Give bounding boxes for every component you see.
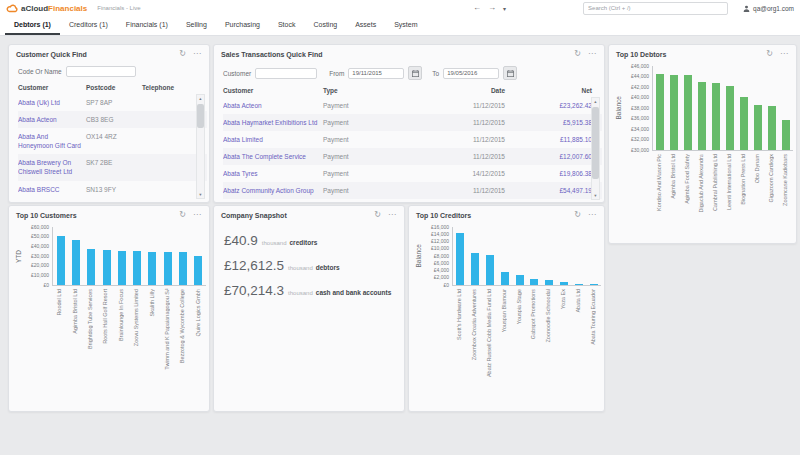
column-header[interactable]: Date (435, 87, 505, 94)
history-caret-icon[interactable]: ▾ (503, 5, 506, 12)
user-menu[interactable]: qa@org1.com (743, 5, 794, 12)
bar[interactable] (57, 236, 65, 285)
bar[interactable] (486, 255, 494, 285)
scroll-down-icon[interactable]: ▾ (197, 191, 204, 198)
customer-filter-label: Customer (223, 70, 251, 77)
x-category-label: Youspan Blamour (501, 289, 507, 332)
nav-tab-purchasing[interactable]: Purchasing (216, 16, 269, 35)
bar[interactable] (754, 105, 762, 150)
nav-tab-assets[interactable]: Assets (346, 16, 385, 35)
refresh-icon[interactable]: ↻ (574, 50, 581, 58)
search-input[interactable] (583, 2, 728, 15)
bar[interactable] (471, 253, 479, 285)
bar[interactable] (530, 279, 538, 285)
customer-link[interactable]: Abata Brewery On Chiswell Street Ltd (18, 159, 72, 175)
bar[interactable] (575, 284, 583, 285)
scrollbar[interactable]: ▴ ▾ (196, 94, 205, 199)
x-category-label: Bezzotog & Wycombe College (179, 289, 185, 363)
from-calendar-button[interactable] (408, 66, 422, 80)
bar[interactable] (118, 251, 126, 285)
scrollbar[interactable]: ▴ ▾ (591, 97, 600, 200)
customer-link[interactable]: Abata (Uk) Ltd (18, 99, 60, 106)
bar[interactable] (516, 275, 524, 285)
scroll-up-icon[interactable]: ▴ (197, 95, 204, 102)
more-options-icon[interactable]: ⋯ (588, 211, 597, 219)
column-header[interactable]: Type (323, 87, 435, 94)
customer-link[interactable]: Abatz Community Action Group (223, 187, 314, 194)
y-tick-label: £16,000 (431, 224, 449, 230)
bar[interactable] (545, 280, 553, 285)
bar[interactable] (768, 106, 776, 150)
column-header[interactable]: Customer (18, 84, 86, 91)
more-options-icon[interactable]: ⋯ (193, 211, 202, 219)
refresh-icon[interactable]: ↻ (766, 50, 773, 58)
top10-debtors-panel: Top 10 Debtors ↻ ⋯ Balance£30,000£32,000… (608, 44, 797, 244)
more-options-icon[interactable]: ⋯ (588, 50, 597, 58)
customer-link[interactable]: Abata Tyres (223, 170, 258, 177)
customer-link[interactable]: Abata Haymarket Exhibitions Ltd (223, 119, 317, 126)
bar[interactable] (72, 240, 80, 285)
refresh-icon[interactable]: ↻ (179, 211, 186, 219)
postcode-cell: SK7 2BE (86, 158, 142, 176)
to-calendar-button[interactable] (503, 66, 517, 80)
bar[interactable] (501, 272, 509, 285)
to-date-input[interactable] (443, 68, 499, 79)
scroll-up-icon[interactable]: ▴ (592, 98, 599, 105)
more-options-icon[interactable]: ⋯ (780, 50, 789, 58)
bar[interactable] (456, 233, 464, 285)
from-date-input[interactable] (348, 68, 404, 79)
customer-link[interactable]: Abata Acteon (18, 116, 57, 123)
bar[interactable] (164, 252, 172, 285)
more-options-icon[interactable]: ⋯ (388, 211, 397, 219)
code-or-name-input[interactable] (66, 66, 136, 77)
customer-link[interactable]: Abata Limited (223, 136, 263, 143)
bar[interactable] (740, 97, 748, 150)
refresh-icon[interactable]: ↻ (374, 211, 381, 219)
bar[interactable] (698, 82, 706, 150)
more-options-icon[interactable]: ⋯ (193, 50, 202, 58)
bar[interactable] (179, 252, 187, 285)
nav-tab-debtors-1[interactable]: Debtors (1) (5, 16, 60, 35)
customer-filter-input[interactable] (255, 68, 317, 79)
column-header[interactable]: Telephone (142, 84, 197, 91)
y-tick-label: £38,000 (631, 105, 649, 111)
column-header[interactable]: Net (505, 87, 592, 94)
bar[interactable] (712, 83, 720, 150)
bar[interactable] (133, 251, 141, 285)
customer-link[interactable]: Abata The Complete Service (223, 153, 306, 160)
bar[interactable] (670, 75, 678, 150)
customer-link[interactable]: Abata And Honeymoon Gift Card (18, 133, 81, 149)
bar[interactable] (103, 250, 111, 285)
customer-link[interactable]: Abata Acteon (223, 102, 262, 109)
bar[interactable] (590, 284, 598, 285)
nav-tab-selling[interactable]: Selling (177, 16, 216, 35)
x-category-label: Agimba Bristol Ltd (670, 154, 676, 199)
bar[interactable] (656, 74, 664, 150)
nav-tab-system[interactable]: System (385, 16, 426, 35)
metric-label: cash and bank accounts (316, 289, 392, 296)
x-category-label: Brightdog Tube Services (87, 289, 93, 349)
bar[interactable] (782, 120, 790, 150)
y-tick-label: £12,000 (431, 238, 449, 244)
bar[interactable] (560, 282, 568, 285)
bar[interactable] (194, 256, 202, 285)
back-icon[interactable]: ← (473, 4, 481, 12)
refresh-icon[interactable]: ↻ (179, 50, 186, 58)
column-header[interactable]: Customer (223, 87, 323, 94)
forward-icon[interactable]: → (488, 4, 496, 12)
bar[interactable] (87, 249, 95, 285)
bar[interactable] (684, 75, 692, 150)
nav-tab-stock[interactable]: Stock (269, 16, 305, 35)
y-tick-label: £4,000 (434, 267, 449, 273)
nav-tab-financials-1[interactable]: Financials (1) (117, 16, 177, 35)
scroll-down-icon[interactable]: ▾ (592, 192, 599, 199)
y-tick-label: £30,000 (31, 253, 49, 259)
column-header[interactable]: Postcode (86, 84, 142, 91)
bar[interactable] (726, 86, 734, 150)
customer-link[interactable]: Abata BRSCC (18, 186, 60, 193)
bar[interactable] (148, 252, 156, 285)
nav-tab-costing[interactable]: Costing (304, 16, 346, 35)
user-email: qa@org1.com (753, 5, 794, 12)
nav-tab-creditors-1[interactable]: Creditors (1) (60, 16, 117, 35)
refresh-icon[interactable]: ↻ (574, 211, 581, 219)
